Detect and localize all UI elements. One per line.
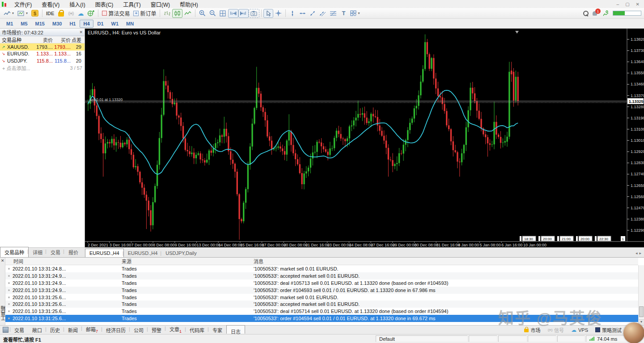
chart-tab[interactable]: EURUSD.,H4 [124, 249, 162, 257]
toolbox-tab-邮箱[interactable]: 邮箱7 [82, 325, 102, 335]
timeframe-MN[interactable]: MN [123, 20, 137, 28]
svg-text:1.13730: 1.13730 [631, 48, 644, 53]
market-watch-tab-交易[interactable]: 交易 [47, 247, 64, 257]
toolbox-tab-公司[interactable]: 公司 [130, 326, 148, 335]
toolbox-tab-新闻[interactable]: 新闻 [64, 326, 82, 335]
market-watch-row-USDJPY.[interactable]: ↘USDJPY.115.8...115.8...20 [0, 57, 85, 64]
crosshair-button[interactable] [273, 9, 284, 18]
toolbox-tab-专家[interactable]: 专家 [208, 326, 226, 335]
toolbox-link-VPS[interactable]: ☁VPS [571, 327, 588, 333]
market-watch-row-EURUSD.[interactable]: ↘EURUSD.1.133...1.133...16 [0, 51, 85, 58]
menu-帮助(H)[interactable]: 帮助(H) [175, 0, 203, 8]
community-button[interactable] [85, 9, 96, 18]
tester-agent-button[interactable] [601, 9, 611, 18]
toolbox-link-信号[interactable]: ((●))信号 [547, 326, 564, 334]
financial-button[interactable]: $ [30, 9, 40, 18]
chart-shift-button[interactable] [238, 9, 249, 18]
log-source: Trades [122, 295, 254, 300]
vertical-line-button[interactable] [288, 9, 297, 18]
toolbox-tab-交易[interactable]: 交易 [10, 326, 28, 335]
menu-插入(I)[interactable]: 插入(I) [64, 0, 90, 8]
window-maximize-button[interactable]: ▢ [625, 2, 629, 7]
market-watch-tab-报价[interactable]: 报价 [64, 247, 82, 257]
window-minimize-button[interactable]: – [617, 2, 619, 7]
fibonacci-button[interactable] [328, 9, 339, 18]
auto-scroll-button[interactable] [228, 9, 238, 18]
trendline-button[interactable] [308, 9, 318, 18]
market-watch-row-XAUUSD.[interactable]: ↗XAUUSD.1793....1793....29 [0, 43, 85, 51]
chart-profiles-button[interactable]: ▾ [16, 9, 30, 18]
journal-row[interactable]: 2022.01.10 13:31:24.9...Trades'10050533'… [5, 287, 638, 294]
close-icon[interactable]: ✕ [79, 30, 83, 34]
toolbox-tab-代码库[interactable]: 代码库 [186, 326, 208, 335]
zoom-out-button[interactable] [208, 9, 218, 18]
journal-row[interactable]: 2022.01.10 13:31:25.6...Trades'10050533'… [5, 294, 638, 301]
line-chart-button[interactable] [182, 9, 193, 18]
toolbox-tab-预警[interactable]: 预警 [148, 326, 165, 335]
journal-row[interactable]: 2022.01.10 13:31:25.6...Trades'10050533'… [5, 315, 638, 322]
timeframe-M1[interactable]: M1 [3, 20, 17, 28]
channel-button[interactable] [318, 9, 328, 18]
menu-查看(V)[interactable]: 查看(V) [37, 0, 64, 8]
tab-scroll-right-icon[interactable]: ▸ [639, 251, 641, 255]
timeframe-D1[interactable]: D1 [94, 20, 107, 28]
camera-icon [250, 11, 258, 16]
journal-row[interactable]: 2022.01.10 13:31:24.9...Trades'10050533'… [5, 279, 638, 287]
ide-button[interactable]: IDE [44, 9, 56, 18]
cloud-button[interactable]: ☁ [76, 9, 85, 18]
toolbox-tab-敞口[interactable]: 敞口 [28, 326, 46, 335]
window-close-button[interactable]: ✕ [636, 2, 640, 7]
tile-windows-button[interactable] [218, 9, 228, 18]
add-symbol-button[interactable]: + 点击添加... [2, 64, 30, 72]
candles-chart-button[interactable] [172, 9, 182, 18]
market-watch-tab-交易品种[interactable]: 交易品种 [0, 247, 29, 258]
shapes-button[interactable]: ▾ [348, 9, 361, 18]
chart-tab[interactable]: EURUSD.,H4 [85, 249, 124, 258]
menu-工具(T)[interactable]: 工具(T) [118, 0, 145, 8]
journal-row[interactable]: 2022.01.10 13:31:24.9...Trades'10050533'… [5, 272, 638, 279]
timeframe-H1[interactable]: H1 [66, 20, 79, 28]
close-icon[interactable]: ✕ [1, 258, 4, 263]
notifications-button[interactable]: 1 [591, 9, 601, 18]
profile-cell[interactable]: Default [376, 335, 468, 342]
toolbox-tab-经济日历[interactable]: 经济日历 [102, 326, 130, 335]
chart-window[interactable]: EURUSD., H4: Euro vs US Dollar 1.138201.… [85, 29, 644, 247]
toolbox-link-市场[interactable]: 市场 [524, 326, 540, 334]
screenshot-button[interactable] [249, 9, 259, 18]
toolbox-link-策略测试[interactable]: 策略测试 [595, 326, 622, 334]
search-button[interactable] [581, 9, 591, 18]
toolbox-tab-日志[interactable]: 日志 [226, 325, 245, 334]
market-button[interactable] [56, 9, 66, 18]
timeframe-M30[interactable]: M30 [49, 20, 65, 28]
toolbox-tab-历史[interactable]: 历史 [46, 326, 64, 335]
charts-dropdown-button[interactable]: ▾ [2, 9, 16, 18]
toolbox-tab-文章[interactable]: 文章1 [165, 325, 186, 335]
horizontal-line-button[interactable] [297, 9, 308, 18]
menu-图表(C)[interactable]: 图表(C) [90, 0, 119, 8]
candlestick-chart[interactable]: 1.138201.137301.136401.135501.134601.133… [85, 29, 644, 247]
menu-窗口(W)[interactable]: 窗口(W) [146, 0, 175, 8]
cursor-button[interactable] [263, 9, 273, 18]
text-tool-button[interactable]: T [339, 9, 348, 18]
timeframe-M15[interactable]: M15 [32, 20, 48, 28]
menu-文件(F)[interactable]: 文件(F) [9, 0, 37, 8]
journal-row[interactable]: 2022.01.10 13:31:25.6...Trades'10050533'… [5, 308, 638, 315]
chart-tab[interactable]: USDJPY,Daily [161, 249, 201, 257]
new-order-button[interactable]: + 新订单 [131, 9, 158, 18]
signals-button[interactable]: ((●)) [66, 9, 76, 18]
algo-trading-button[interactable]: 算法交易 [100, 9, 131, 18]
journal-row[interactable]: 2022.01.10 13:31:25.6...Trades'10050533'… [5, 301, 638, 308]
market-watch-tab-详细[interactable]: 详细 [29, 247, 47, 257]
timeframe-H4[interactable]: H4 [80, 20, 93, 28]
bars-chart-button[interactable] [162, 9, 172, 18]
timeframe-W1[interactable]: W1 [108, 20, 123, 28]
journal-scrollbar[interactable]: ▾ [638, 265, 644, 325]
tab-scroll-left-icon[interactable]: ◂ [636, 251, 638, 255]
zoom-out-icon [209, 10, 216, 17]
tab-badge: 1 [179, 330, 182, 334]
zoom-in-button[interactable] [197, 9, 208, 18]
timeframe-M5[interactable]: M5 [17, 20, 31, 28]
journal-row[interactable]: 2022.01.10 13:31:24.8...Trades'10050533'… [5, 265, 638, 272]
scrollbar-thumb[interactable] [639, 306, 644, 317]
svg-text:24 Dec 08:00: 24 Dec 08:00 [349, 243, 373, 247]
